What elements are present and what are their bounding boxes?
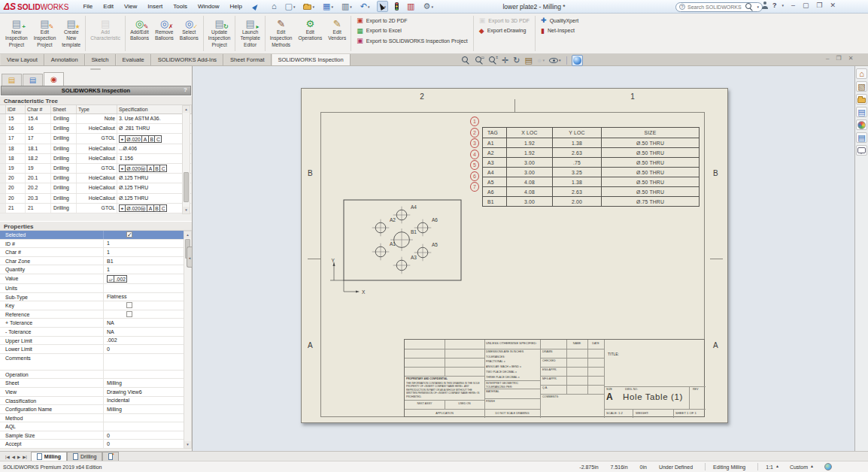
last-sheet-button[interactable]: ▶| <box>23 455 27 459</box>
zoom-caret-icon[interactable]: ▲ <box>775 464 779 468</box>
property-value[interactable] <box>104 301 184 310</box>
property-row-tolerance[interactable]: + ToleranceNA <box>0 319 184 328</box>
characteristic-row[interactable]: 2020.3DrillingHoleCalloutØ.125 THRU <box>0 194 192 204</box>
zoom-to-fit-button[interactable] <box>460 55 471 66</box>
tab-solidworks-add-ins[interactable]: SOLIDWORKS Add-Ins <box>151 54 223 65</box>
doc-minimize-button[interactable]: – <box>826 55 829 62</box>
property-row-upper-limit[interactable]: Upper Limit.002 <box>0 337 184 346</box>
dropdown-caret-icon[interactable]: ▾ <box>368 5 370 9</box>
login-icon[interactable] <box>761 2 768 9</box>
search-caret-icon[interactable]: ▾ <box>757 5 759 9</box>
property-row-sheet[interactable]: SheetMilling <box>0 379 184 388</box>
characteristic-row[interactable]: 2020.1DrillingHoleCalloutØ.125 THRU <box>0 174 192 183</box>
property-row-reference[interactable]: Reference <box>0 310 184 319</box>
balloon-3[interactable]: 3 <box>470 138 479 148</box>
tab-sheet-format[interactable]: Sheet Format <box>223 54 271 65</box>
drawing-sheet[interactable]: Y X A4A2A6B1A1A5A3 2 1 B A B A TAGX LOCY… <box>301 88 728 423</box>
property-row-quantity[interactable]: Quantity1 <box>0 265 184 274</box>
property-row-key[interactable]: Key <box>0 301 184 310</box>
open-button[interactable]: ▾ <box>302 1 316 12</box>
panel-collapse-handle[interactable]: ◂ <box>187 247 192 268</box>
dropdown-caret-icon[interactable]: ▾ <box>293 5 296 9</box>
tree-column-id[interactable]: ID# <box>6 105 26 113</box>
property-row-configuration-name[interactable]: Configuration NameMilling <box>0 405 184 414</box>
print-button[interactable]: ▥▾ <box>340 1 354 12</box>
edit-operations-button[interactable]: ⚙EditOperations <box>295 15 325 44</box>
export-sw-inspection-project-button[interactable]: ▣Export to SOLIDWORKS Inspection Project <box>357 37 468 44</box>
update-inspection-project-button[interactable]: ▤↻UpdateInspectionProject <box>205 15 234 50</box>
custom-properties-button[interactable]: ▤ <box>856 132 867 143</box>
menu-insert[interactable]: Insert <box>142 0 168 13</box>
hole-table-row[interactable]: A64.082.63Ø.50 THRU <box>483 187 700 197</box>
panel-tab-inspection[interactable]: ◉ <box>44 72 64 86</box>
reports-button[interactable]: ▥ <box>405 1 416 12</box>
tree-column-sheet[interactable]: Sheet <box>51 105 77 113</box>
property-row-char[interactable]: Char #1 <box>0 248 184 257</box>
property-row-selected[interactable]: Selected✓ <box>0 231 184 240</box>
design-library-button[interactable]: ▧ <box>856 81 867 92</box>
export-excel-button[interactable]: ▦Export to Excel <box>357 27 468 35</box>
edit-inspection-methods-button[interactable]: ✎EditInspectionMethods <box>267 15 296 50</box>
dropdown-caret-icon[interactable]: ▾ <box>431 5 433 9</box>
menu-view[interactable]: View <box>119 0 142 13</box>
search-input[interactable] <box>687 5 742 10</box>
sheet-tab-milling[interactable]: Milling <box>31 452 67 461</box>
property-row-accept[interactable]: Accept0 <box>0 440 184 449</box>
panel-help-icon[interactable]: ? <box>184 86 187 93</box>
characteristic-row[interactable]: 2121DrillingGTOL⌖Ø.020ⓂABC <box>0 204 192 213</box>
characteristic-row[interactable]: 2020.2DrillingHoleCalloutØ.125 THRU <box>0 183 192 193</box>
restore-button[interactable]: ❐ <box>817 2 823 9</box>
save-button[interactable]: ▦▾ <box>321 1 335 12</box>
property-row-char-zone[interactable]: Char ZoneB1 <box>0 257 184 266</box>
tree-scrollbar[interactable]: ▲ ▼ <box>182 105 190 214</box>
drawing-view-button[interactable]: ▤ <box>524 55 533 66</box>
export-edrawing-button[interactable]: ◆Export eDrawing <box>479 27 530 35</box>
globe-icon[interactable] <box>824 463 832 470</box>
edit-vendors-button[interactable]: ✎EditVendors <box>325 15 349 44</box>
characteristic-row[interactable]: 1515.4DrillingNote3. Use ASTM A36. <box>0 114 192 124</box>
status-zoom[interactable]: 1:1 <box>766 464 773 470</box>
status-units[interactable]: Custom <box>790 464 808 470</box>
hole-table-row[interactable]: B13.002.00Ø.75 THRU <box>483 197 700 207</box>
close-button[interactable]: ✕ <box>830 2 836 9</box>
scroll-up-icon[interactable]: ▲ <box>183 106 190 113</box>
qualityxpert-button[interactable]: ✚QualityXpert <box>541 17 578 24</box>
zoom-in-out-button[interactable]: ± <box>487 55 498 66</box>
doc-close-button[interactable]: ✕ <box>848 55 854 62</box>
help-menu[interactable]: ? <box>772 2 777 9</box>
menu-help[interactable]: Help <box>224 0 247 13</box>
first-sheet-button[interactable]: |◀ <box>5 455 10 459</box>
property-row-operation[interactable]: Operation <box>0 371 184 380</box>
hole-table-row[interactable]: A21.922.63Ø.50 THRU <box>483 148 700 158</box>
property-row-classification[interactable]: ClassificationIncidental <box>0 397 184 406</box>
property-row-units[interactable]: Units <box>0 284 184 293</box>
balloon-5[interactable]: 5 <box>470 160 479 170</box>
appearances-button[interactable] <box>856 120 867 130</box>
hide-show-items-button[interactable]: ▾ <box>548 55 562 66</box>
prev-sheet-button[interactable]: ◀ <box>12 455 15 459</box>
property-row-aql[interactable]: AQL <box>0 422 184 431</box>
property-row-value[interactable]: Value▱.002 <box>0 274 184 284</box>
add-edit-balloons-button[interactable]: ◎✎Add/EditBalloons <box>127 15 152 44</box>
property-row-view[interactable]: ViewDrawing View6 <box>0 388 184 397</box>
hole-table-row[interactable]: A33.00.75Ø.50 THRU <box>483 158 700 168</box>
dropdown-caret-icon[interactable]: ▾ <box>331 5 333 9</box>
search-icon[interactable] <box>745 2 754 11</box>
property-value[interactable] <box>104 310 184 319</box>
select-balloons-button[interactable]: ◎✓SelectBalloons <box>177 15 202 44</box>
remove-balloons-button[interactable]: ◎✗RemoveBalloons <box>152 15 177 44</box>
characteristic-row[interactable]: 1919DrillingGTOL⌖Ø.020ⓂABC <box>0 164 192 174</box>
tab-annotation[interactable]: Annotation <box>44 54 85 65</box>
tree-column-type[interactable]: Type <box>77 105 117 113</box>
characteristic-row[interactable]: 1616DrillingHoleCalloutØ .281 THRU <box>0 124 192 134</box>
tab-sketch[interactable]: Sketch <box>85 54 116 65</box>
dropdown-caret-icon[interactable]: ▾ <box>543 58 545 62</box>
sheet-tab-drilling[interactable]: Drilling <box>67 452 102 461</box>
xpert-products-button[interactable] <box>393 1 400 12</box>
characteristic-row[interactable]: 1818.1DrillingHoleCallout⌴Ø.406 <box>0 144 192 154</box>
select-button[interactable]: ▾ <box>377 1 389 12</box>
balloon-4[interactable]: 4 <box>470 150 479 159</box>
scroll-down-icon[interactable]: ▼ <box>183 207 190 213</box>
file-explorer-button[interactable] <box>856 94 867 104</box>
hole-table[interactable]: TAGX LOCY LOCSIZEA11.921.38Ø.50 THRUA21.… <box>482 127 700 207</box>
